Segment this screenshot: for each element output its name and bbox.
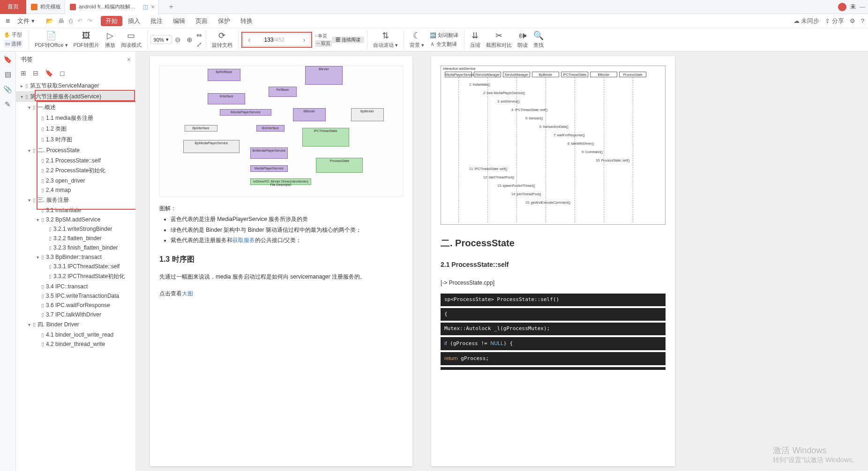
page-prev-icon[interactable]: ‹ xyxy=(244,36,255,44)
bookmark-item[interactable]: ▯2.3 open_driver xyxy=(16,176,135,185)
menu-convert[interactable]: 转换 xyxy=(236,17,257,25)
uml-box: BnMediaPlayerService xyxy=(250,147,288,159)
seq-message: 13: spawnPooledThread() xyxy=(497,184,535,187)
page-next-icon[interactable]: › xyxy=(299,36,310,44)
bookmark-item[interactable]: ▯3.3.1 IPCThreadState::self xyxy=(16,262,135,271)
bookmark-item[interactable]: ▯2.2 ProcessState初始化 xyxy=(16,165,135,176)
attachment-panel-icon[interactable]: 📎 xyxy=(3,85,12,94)
bookmark-item[interactable]: ▾▯第六节注册服务(addService) xyxy=(16,91,135,102)
autoscroll[interactable]: ⇅自动滚动 ▾ xyxy=(370,30,401,49)
zoom-in-icon[interactable]: ⊕ xyxy=(184,36,195,44)
bookmark-item[interactable]: ▯3.3.2 IPCThreadState初始化 xyxy=(16,271,135,282)
tab-home[interactable]: 首页 xyxy=(0,0,26,14)
pdf2office-icon: 📄 xyxy=(46,30,56,41)
bookmark-item[interactable]: ▯3.2.3 finish_flatten_binder xyxy=(16,243,135,252)
folder-icon[interactable]: ⎙ xyxy=(67,17,75,24)
bookmark-item[interactable]: ▯2.1 ProcessState::self xyxy=(16,156,135,165)
note-panel-icon[interactable]: ✎ xyxy=(5,100,11,109)
read-mode[interactable]: ▭阅读模式 xyxy=(118,30,144,49)
tab-new[interactable]: ＋ xyxy=(159,0,182,14)
bookmark-item[interactable]: ▯2.4 mmap xyxy=(16,185,135,195)
bookmark-item[interactable]: ▾▯3.3 BpBinder::transact xyxy=(16,252,135,262)
find[interactable]: 🔍查找 xyxy=(531,30,546,49)
undo-icon[interactable]: ↶ xyxy=(75,17,84,24)
menu-file[interactable]: 文件 ▾ xyxy=(13,17,39,25)
page-input[interactable] xyxy=(255,37,274,43)
fit-width-icon[interactable]: ⇔ xyxy=(196,31,202,39)
bookmark-item[interactable]: ▾▯三. 服务注册 xyxy=(16,195,135,206)
hamburger-icon[interactable]: ≡ xyxy=(4,17,12,25)
collapse-all-icon[interactable]: ⊟ xyxy=(33,69,38,77)
pdf-to-office[interactable]: 📄PDF转Office ▾ xyxy=(32,30,71,49)
add-bookmark-outline-icon[interactable]: ◻ xyxy=(60,69,65,77)
sidebar-close-icon[interactable]: × xyxy=(127,56,131,63)
select-mode[interactable]: ▭ 选择 xyxy=(4,40,23,48)
menu-annotate[interactable]: 批注 xyxy=(146,17,167,25)
minimize-icon[interactable]: — xyxy=(860,4,865,10)
link-get-service[interactable]: 获取服务 xyxy=(232,237,255,243)
pdf-icon xyxy=(70,4,76,10)
document-viewport[interactable]: BpRefBaseIBinderIInterfaceRefBaseIMediaP… xyxy=(136,52,868,471)
open-icon[interactable]: 📂 xyxy=(44,17,55,24)
tab-template[interactable]: 稻壳模板 xyxy=(26,0,65,14)
thumbnail-panel-icon[interactable]: ▤ xyxy=(5,70,11,79)
bookmark-item[interactable]: ▯3.1 instantiate xyxy=(16,206,135,215)
avatar[interactable] xyxy=(838,3,846,11)
menu-start[interactable]: 开始 xyxy=(101,16,122,26)
bookmark-item[interactable]: ▯3.2.1 writeStrongBinder xyxy=(16,224,135,234)
bookmark-item[interactable]: ▯3.4 IPC::transact xyxy=(16,282,135,291)
bookmark-item[interactable]: ▾▯四. Binder Driver xyxy=(16,319,135,330)
bookmark-item[interactable]: ▾▯一.概述 xyxy=(16,102,135,113)
zoom-out-icon[interactable]: ⊖ xyxy=(172,36,184,44)
layout-double[interactable]: ▫▫ 双页 xyxy=(315,40,332,47)
menu-protect[interactable]: 保护 xyxy=(213,17,235,25)
page-left: BpRefBaseIBinderIInterfaceRefBaseIMediaP… xyxy=(150,56,412,466)
bookmark-item[interactable]: ▯1.1 media服务注册 xyxy=(16,113,135,124)
play-button[interactable]: ▷播放 xyxy=(102,30,118,49)
word-translate[interactable]: 🔤 划词翻译 xyxy=(430,32,458,39)
bookmark-item[interactable]: ▯1.2 类图 xyxy=(16,124,135,134)
bookmark-item[interactable]: ▯1.3 时序图 xyxy=(16,134,135,145)
zoom-select[interactable]: 90% ▾ xyxy=(150,35,172,44)
tab-pdf-active[interactable]: android fr...精编内核解析.pdf ◫ × xyxy=(65,0,159,14)
menu-edit[interactable]: 编辑 xyxy=(168,17,190,25)
expand-all-icon[interactable]: ⊞ xyxy=(21,69,26,77)
compress[interactable]: ⇊压缩 xyxy=(467,30,483,49)
redo-icon[interactable]: ↷ xyxy=(85,17,94,24)
moon-icon: ☾ xyxy=(413,30,420,41)
help-icon[interactable]: ? xyxy=(861,17,864,24)
layout-single[interactable]: ▫ 单页 xyxy=(315,33,332,39)
bookmark-panel-icon[interactable]: 🔖 xyxy=(3,55,12,64)
unsync-label[interactable]: ☁ 未同步 xyxy=(793,17,820,25)
speaker-icon: 🕪 xyxy=(518,30,527,41)
uml-box: IPCThreadState xyxy=(302,128,349,147)
close-icon[interactable]: × xyxy=(151,3,155,10)
screenshot-compare[interactable]: ✂截图和对比 xyxy=(483,30,515,49)
add-bookmark-icon[interactable]: 🔖 xyxy=(45,69,53,77)
legend-title: 图解： xyxy=(159,203,403,214)
link-big-image[interactable]: 大图 xyxy=(182,290,193,297)
print-icon[interactable]: 🖶 xyxy=(56,17,66,24)
layout-continuous[interactable]: ☰ 连续阅读 xyxy=(332,37,364,43)
bookmark-item[interactable]: ▯3.7 IPC.talkWithDriver xyxy=(16,310,135,319)
menu-insert[interactable]: 插入 xyxy=(123,17,145,25)
pdf-to-image[interactable]: 🖼PDF转图片 xyxy=(71,30,102,49)
bookmark-item[interactable]: ▾▯二. ProcessState xyxy=(16,145,135,156)
background[interactable]: ☾背景 ▾ xyxy=(407,30,427,49)
bookmark-item[interactable]: ▾▯3.2 BpSM.addService xyxy=(16,215,135,224)
bookmark-item[interactable]: ▸▯第五节获取ServiceManager xyxy=(16,81,135,91)
bookmark-item[interactable]: ▯4.2 binder_thread_write xyxy=(16,339,135,349)
tab-menu-icon[interactable]: ◫ xyxy=(143,4,148,10)
menu-page[interactable]: 页面 xyxy=(191,17,212,25)
bookmark-item[interactable]: ▯3.2.2 flatten_binder xyxy=(16,234,135,243)
read-aloud[interactable]: 🕪朗读 xyxy=(515,30,531,49)
gear-icon[interactable]: ⚙ xyxy=(850,17,855,24)
rotate-doc[interactable]: ⟳旋转文档 xyxy=(209,30,235,49)
full-translate[interactable]: Ａ 全文翻译 xyxy=(430,41,458,48)
hand-mode[interactable]: ✋ 手型 xyxy=(4,31,23,38)
bookmark-item[interactable]: ▯4.1 binder_ioctl_write_read xyxy=(16,330,135,339)
bookmark-item[interactable]: ▯3.6 IPC.waitForResponse xyxy=(16,301,135,310)
bookmark-item[interactable]: ▯3.5 IPC.writeTransactionData xyxy=(16,291,135,301)
fit-page-icon[interactable]: ⤢ xyxy=(196,41,202,48)
share-label[interactable]: ⇪ 分享 xyxy=(825,17,844,25)
